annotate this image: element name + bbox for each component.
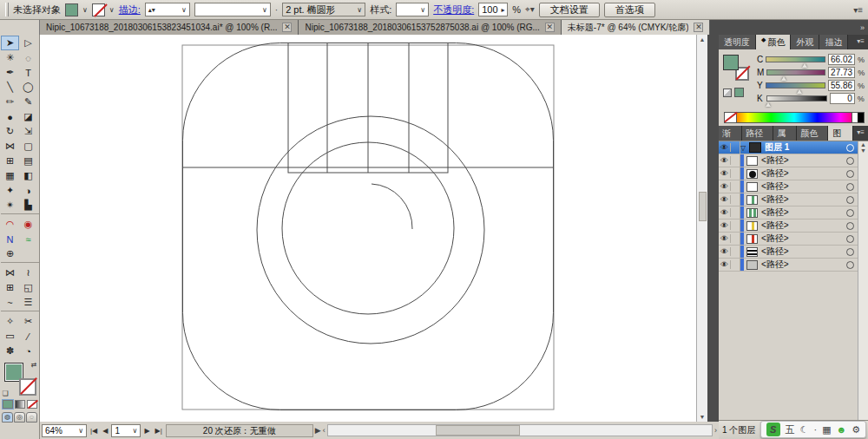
last-artboard-icon[interactable]: ▶| [154,427,164,435]
channel-slider[interactable] [766,95,827,102]
ellipse-tool-icon[interactable]: ◯ [19,80,37,95]
channel-value-input[interactable]: 55.86 [828,80,855,91]
next-artboard-icon[interactable]: ▶ [142,427,151,435]
target-circle-icon[interactable] [846,222,854,230]
ime-moon-icon[interactable]: ☾ [800,424,809,436]
scale-tool-icon[interactable]: ⇲ [19,124,37,139]
visibility-eye-icon[interactable]: 👁 [719,182,731,191]
ime-wubi-label[interactable]: 五 [786,423,795,436]
swap-fill-stroke-icon[interactable]: ⇄ [31,361,37,369]
path-label[interactable]: <路径> [761,233,846,245]
channel-value-input[interactable]: 27.73 [828,67,855,78]
lock-column[interactable] [731,180,740,193]
target-circle-icon[interactable] [846,209,854,217]
visibility-eye-icon[interactable]: 👁 [719,221,731,230]
arc-tool-icon[interactable]: ◠ [1,217,19,232]
scroll-up-icon[interactable]: ▲ [700,35,706,44]
visibility-eye-icon[interactable]: 👁 [719,169,731,178]
knife-tool-icon[interactable]: ✂ [19,314,37,329]
path-label[interactable]: <路径> [761,206,846,219]
isolate-selection-icon[interactable]: ⌖▾ [525,4,535,15]
blend-tool-icon[interactable]: ◑ [19,183,37,198]
grid-tool-icon[interactable]: ⊞ [1,280,19,295]
path-row[interactable]: 👁<路径> [719,154,868,167]
ime-dot-icon[interactable]: · [813,424,817,435]
wave-tool-icon[interactable]: ≈ [19,232,37,246]
lock-column[interactable] [731,246,740,258]
visibility-eye-icon[interactable]: 👁 [719,260,731,269]
visibility-eye-icon[interactable]: 👁 [719,156,731,165]
polyline-tool-icon[interactable]: N [1,232,19,246]
path-label[interactable]: <路径> [761,193,846,206]
tab-stroke[interactable]: 描边 [819,35,848,49]
horizontal-scrollbar[interactable] [327,424,713,436]
path-row[interactable]: 👁<路径> [719,220,868,233]
fill-color-swatch[interactable] [65,3,78,16]
path-label[interactable]: <路径> [761,246,846,258]
visibility-eye-icon[interactable]: 👁 [719,143,731,152]
path-label[interactable]: <路径> [761,259,846,271]
target-circle-icon[interactable] [846,170,854,178]
symbol-sprayer-tool-icon[interactable]: ✴ [1,198,19,213]
path-row[interactable]: 👁<路径> [719,259,868,272]
last-color-swatch[interactable] [734,88,744,97]
fill-dropdown-icon[interactable]: ∨ [82,6,88,14]
draw-inside-button[interactable]: ◌ [26,412,37,423]
document-setup-button[interactable]: 文档设置 [539,3,600,17]
visibility-eye-icon[interactable]: 👁 [719,208,731,217]
stroke-color-swatch[interactable] [92,3,105,16]
artboard-canvas[interactable] [40,35,696,422]
horizontal-scroll-thumb[interactable] [436,425,520,436]
ime-keyboard-icon[interactable]: ▦ [822,424,831,436]
channel-value-input[interactable]: 66.02 [828,54,855,65]
channel-slider[interactable] [766,82,825,88]
path-label[interactable]: <路径> [761,180,846,193]
slider-thumb-icon[interactable] [802,63,807,68]
page-curl-tool-icon[interactable]: ◱ [19,280,37,295]
measure-tool-icon[interactable]: ✧ [1,314,19,329]
target-circle-icon[interactable] [846,144,854,152]
color-mode-button[interactable] [3,400,13,409]
layers-scrollbar[interactable]: ▲▼ [858,141,868,420]
hand-tool-icon[interactable]: ✽ [1,344,19,358]
tab-appearance[interactable]: 外观 [791,35,819,49]
path-row[interactable]: 👁<路径> [719,206,868,220]
lock-column[interactable] [731,220,740,232]
tab-layers[interactable]: 图层 [828,126,853,141]
path-row[interactable]: 👁<路径> [719,180,868,193]
pen-tool-icon[interactable]: ✒ [1,65,19,80]
squiggle-tool-icon[interactable]: ~ [1,295,19,310]
column-graph-tool-icon[interactable]: ▙ [19,198,37,213]
slider-thumb-icon[interactable] [797,89,802,94]
type-tool-icon[interactable]: T [19,65,37,80]
gradient-mode-button[interactable] [15,400,25,409]
preferences-button[interactable]: 首选项 [604,3,655,17]
visibility-eye-icon[interactable]: 👁 [719,247,731,256]
target-circle-icon[interactable] [846,235,854,243]
shape-builder-tool-icon[interactable]: ⊞ [1,154,19,168]
visibility-eye-icon[interactable]: 👁 [719,234,731,243]
lasso-tool-icon[interactable]: ◌ [19,50,37,65]
color-spectrum-bar[interactable] [724,112,865,123]
path-label[interactable]: <路径> [761,154,846,167]
target-circle-icon[interactable] [846,261,854,269]
target-circle-icon[interactable] [846,183,854,191]
slice-tool-icon[interactable]: ⁄ [19,329,37,344]
stroke-weight-combo[interactable]: ▴▾∨ [145,3,190,16]
spiral-tool-icon[interactable]: ◉ [19,217,37,232]
width-tool-icon[interactable]: ⋈ [1,139,19,154]
paintbrush-tool-icon[interactable]: ✏ [1,95,19,109]
path-row[interactable]: 👁<路径> [719,167,868,180]
path-label[interactable]: <路径> [761,167,846,180]
status-readout[interactable]: 20 次还原：无重做 [166,424,313,437]
opacity-link[interactable]: 不透明度: [433,3,474,16]
expand-triangle-icon[interactable]: ▽ [740,144,749,152]
perspective-grid-tool-icon[interactable]: ▤ [19,154,37,168]
target-circle-icon[interactable] [846,157,854,165]
stroke-swatch[interactable] [19,378,36,396]
zoom-tool-icon[interactable]: ◔ [19,344,37,358]
lock-column[interactable] [731,206,740,219]
lock-column[interactable] [731,193,740,206]
tab-pathfinder[interactable]: 路径查 [742,126,773,141]
channel-value-input[interactable]: 0 [830,93,855,104]
